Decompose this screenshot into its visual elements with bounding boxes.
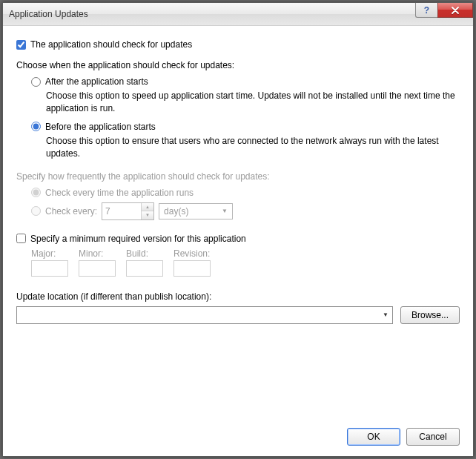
minor-label: Minor: (79, 248, 116, 259)
freq-every-run-row: Check every time the application runs (31, 188, 460, 198)
before-description: Choose this option to ensure that users … (46, 135, 460, 161)
build-label: Build: (126, 248, 163, 259)
minver-section: Specify a minimum required version for t… (16, 234, 460, 277)
dialog-buttons: OK Cancel (347, 428, 460, 446)
freq-every-run-label: Check every time the application runs (45, 188, 194, 198)
after-description: Choose this option to speed up applicati… (46, 90, 460, 116)
interval-spinner: ▲ ▼ (102, 202, 154, 220)
chevron-down-icon[interactable]: ▼ (379, 311, 392, 318)
minver-label: Specify a minimum required version for t… (30, 234, 246, 244)
check-updates-checkbox[interactable] (16, 40, 26, 50)
revision-label: Revision: (173, 248, 211, 259)
when-options: After the application starts Choose this… (31, 76, 460, 161)
close-button[interactable] (437, 3, 473, 18)
freq-every-label: Check every: (45, 206, 97, 217)
location-label: Update location (if different than publi… (16, 291, 460, 302)
major-label: Major: (31, 248, 68, 259)
minver-fields: Major: Minor: Build: Revision: (31, 248, 460, 277)
location-section: Update location (if different than publi… (16, 291, 460, 324)
titlebar-buttons: ? (415, 3, 473, 18)
frequency-heading: Specify how frequently the application s… (16, 171, 460, 182)
ok-button[interactable]: OK (347, 428, 400, 446)
after-label: After the application starts (45, 76, 148, 87)
before-label: Before the application starts (45, 122, 156, 132)
major-input (31, 260, 68, 277)
location-input[interactable] (17, 307, 379, 323)
chevron-down-icon: ▼ (222, 208, 228, 214)
spinner-up-icon: ▲ (142, 203, 153, 212)
dialog-content: The application should check for updates… (3, 26, 473, 334)
minor-input (79, 260, 116, 277)
spinner-buttons: ▲ ▼ (141, 203, 153, 219)
build-input (126, 260, 163, 277)
titlebar: Application Updates ? (3, 3, 473, 26)
cancel-button[interactable]: Cancel (406, 428, 460, 446)
help-icon: ? (424, 5, 429, 16)
freq-every-run-radio (31, 188, 41, 197)
after-radio[interactable] (31, 77, 41, 87)
before-radio[interactable] (31, 122, 41, 131)
frequency-section: Specify how frequently the application s… (16, 171, 460, 220)
dialog-window: Application Updates ? The application sh… (2, 2, 474, 457)
window-title: Application Updates (9, 9, 473, 19)
when-heading: Choose when the application should check… (16, 60, 460, 70)
location-combo[interactable]: ▼ (16, 306, 393, 324)
freq-every-radio (31, 206, 41, 216)
check-updates-row: The application should check for updates (16, 39, 460, 50)
interval-unit-select: day(s) ▼ (159, 203, 233, 219)
browse-button[interactable]: Browse... (400, 306, 460, 324)
interval-input (102, 203, 141, 219)
option-after: After the application starts Choose this… (31, 76, 460, 116)
help-button[interactable]: ? (415, 3, 437, 18)
freq-every-row: Check every: ▲ ▼ day(s) ▼ (31, 202, 460, 220)
minver-checkbox[interactable] (16, 234, 26, 243)
interval-unit-value: day(s) (164, 206, 188, 217)
option-before: Before the application starts Choose thi… (31, 122, 460, 161)
check-updates-label: The application should check for updates (30, 39, 192, 50)
close-icon (452, 7, 459, 14)
revision-input (173, 260, 211, 277)
spinner-down-icon: ▼ (142, 211, 153, 219)
